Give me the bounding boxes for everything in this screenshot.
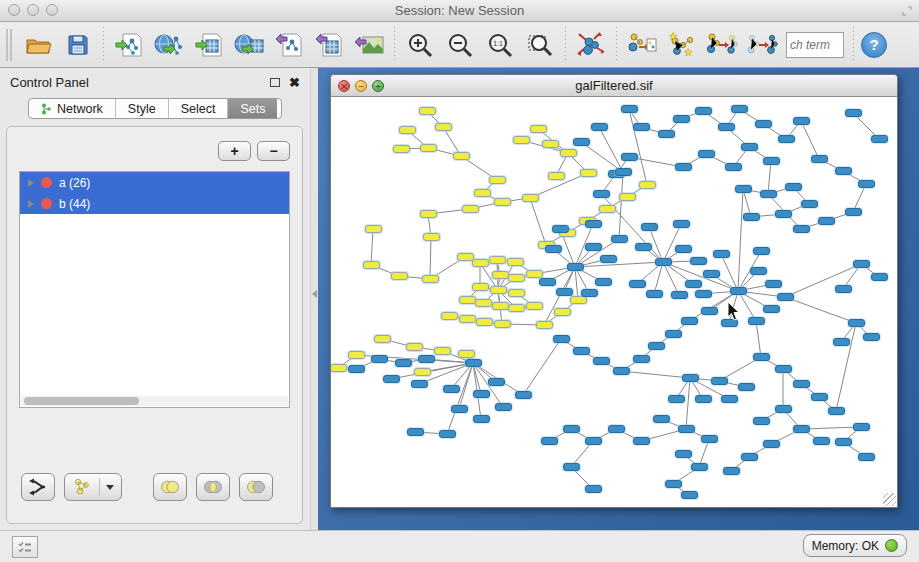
graph-node[interactable] <box>419 107 436 115</box>
close-network-icon[interactable]: ✕ <box>338 80 350 92</box>
graph-node[interactable] <box>420 144 437 152</box>
import-table-file-button[interactable] <box>189 26 229 64</box>
graph-node[interactable] <box>570 296 587 304</box>
graph-node[interactable] <box>608 425 625 433</box>
graph-node[interactable] <box>414 368 431 376</box>
graph-node[interactable] <box>793 225 810 233</box>
graph-node[interactable] <box>655 258 672 266</box>
tab-style[interactable]: Style <box>116 99 169 118</box>
panel-splitter[interactable] <box>310 68 318 530</box>
add-set-button[interactable]: + <box>218 141 251 161</box>
graph-node[interactable] <box>673 115 690 123</box>
graph-node[interactable] <box>391 272 408 280</box>
tab-network[interactable]: Network <box>29 99 116 118</box>
window-controls[interactable] <box>8 4 58 16</box>
graph-node[interactable] <box>490 286 507 294</box>
graph-node[interactable] <box>613 367 630 375</box>
horizontal-scrollbar[interactable] <box>21 396 288 406</box>
graph-node[interactable] <box>423 233 440 241</box>
expand-arrow-icon[interactable] <box>28 179 34 187</box>
split-set-button[interactable] <box>21 473 55 501</box>
graph-node[interactable] <box>495 403 512 411</box>
zoom-in-button[interactable] <box>400 26 440 64</box>
graph-node[interactable] <box>813 437 830 445</box>
graph-node[interactable] <box>619 193 636 201</box>
graph-node[interactable] <box>695 395 712 403</box>
graph-node[interactable] <box>508 304 525 312</box>
graph-node[interactable] <box>418 355 435 363</box>
list-item-set-a[interactable]: a (26) <box>20 172 289 193</box>
export-table-button[interactable] <box>309 26 349 64</box>
graph-node[interactable] <box>753 353 770 361</box>
zoom-window-icon[interactable] <box>46 4 58 16</box>
graph-node[interactable] <box>833 338 850 346</box>
graph-node[interactable] <box>563 463 580 471</box>
zoom-actual-button[interactable]: 1:1 <box>480 26 520 64</box>
graph-node[interactable] <box>690 257 707 265</box>
graph-node[interactable] <box>365 225 382 233</box>
graph-node[interactable] <box>411 380 428 388</box>
graph-node[interactable] <box>658 130 675 138</box>
graph-node[interactable] <box>581 289 598 297</box>
graph-node[interactable] <box>753 417 770 425</box>
task-history-button[interactable] <box>12 536 38 558</box>
graph-node[interactable] <box>646 290 663 298</box>
graph-node[interactable] <box>621 153 638 161</box>
graph-node[interactable] <box>665 330 682 338</box>
create-set-from-network-button[interactable] <box>64 473 122 501</box>
graph-node[interactable] <box>668 395 685 403</box>
graph-node[interactable] <box>395 359 412 367</box>
select-first-neighbors-button[interactable] <box>662 26 702 64</box>
graph-node[interactable] <box>785 183 802 191</box>
graph-node[interactable] <box>399 126 416 134</box>
graph-node[interactable] <box>552 225 569 233</box>
graph-node[interactable] <box>458 350 475 358</box>
graph-node[interactable] <box>599 205 616 213</box>
graph-node[interactable] <box>793 425 810 433</box>
graph-node[interactable] <box>472 283 489 291</box>
import-network-url-button[interactable] <box>149 26 189 64</box>
graph-node[interactable] <box>508 289 525 297</box>
fullscreen-icon[interactable] <box>901 5 913 17</box>
graph-node[interactable] <box>585 485 602 493</box>
graph-node[interactable] <box>675 163 692 171</box>
graph-node[interactable] <box>858 453 875 461</box>
graph-node[interactable] <box>507 258 524 266</box>
graph-node[interactable] <box>801 200 818 208</box>
sets-list[interactable]: a (26) b (44) <box>19 171 290 408</box>
graph-node[interactable] <box>775 365 792 373</box>
graph-node[interactable] <box>453 152 470 160</box>
graph-node[interactable] <box>698 150 715 158</box>
graph-node[interactable] <box>611 235 628 243</box>
graph-node[interactable] <box>539 278 556 286</box>
graph-node[interactable] <box>701 307 718 315</box>
graph-node[interactable] <box>393 145 410 153</box>
graph-node[interactable] <box>473 390 490 398</box>
graph-node[interactable] <box>489 176 506 184</box>
tab-select[interactable]: Select <box>169 99 229 118</box>
close-panel-icon[interactable]: ✖ <box>289 75 300 90</box>
graph-node[interactable] <box>711 377 728 385</box>
graph-node[interactable] <box>508 274 525 282</box>
graph-node[interactable] <box>721 395 738 403</box>
hide-selected-button[interactable] <box>702 26 742 64</box>
minimize-network-icon[interactable]: − <box>355 80 367 92</box>
graph-node[interactable] <box>573 138 590 146</box>
graph-node[interactable] <box>818 217 835 225</box>
graph-node[interactable] <box>848 319 865 327</box>
import-table-url-button[interactable] <box>229 26 269 64</box>
graph-node[interactable] <box>585 243 602 251</box>
difference-sets-button[interactable] <box>239 473 273 501</box>
graph-node[interactable] <box>671 291 688 299</box>
graph-node[interactable] <box>678 425 695 433</box>
import-network-file-button[interactable] <box>109 26 149 64</box>
graph-node[interactable] <box>713 250 730 258</box>
graph-node[interactable] <box>472 259 489 267</box>
graph-node[interactable] <box>845 208 862 216</box>
graph-node[interactable] <box>871 273 888 281</box>
graph-node[interactable] <box>374 335 391 343</box>
graph-node[interactable] <box>476 318 493 326</box>
graph-node[interactable] <box>459 315 476 323</box>
graph-node[interactable] <box>474 189 491 197</box>
graph-node[interactable] <box>858 180 875 188</box>
